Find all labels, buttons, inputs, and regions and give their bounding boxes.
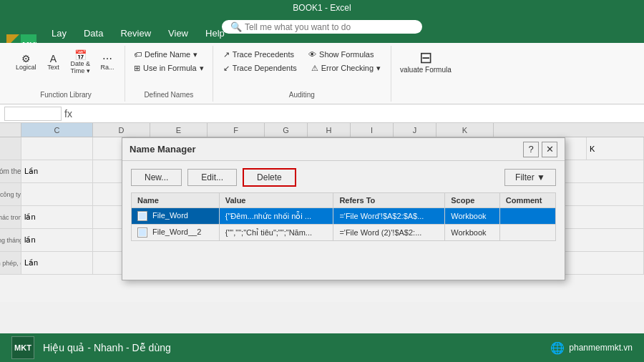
name-cell-1: File_Word	[132, 208, 220, 225]
show-formulas-icon: 👁	[308, 50, 316, 59]
logical-btn[interactable]: ⚙ Logical	[13, 52, 39, 72]
trace-dependents-btn[interactable]: ↙ Trace Dependents	[219, 62, 301, 74]
col-header-refers: Refers To	[333, 193, 445, 208]
dialog-help-button[interactable]: ?	[523, 142, 539, 157]
text-icon: A	[50, 54, 57, 64]
row-icon-1	[137, 211, 147, 221]
table-row[interactable]: File_Word__2 {"","";"Chỉ tiêu";"";"Năm..…	[132, 225, 556, 241]
dialog-actions: New... Edit... Delete Filter ▼	[131, 168, 556, 187]
comment-cell-2	[499, 225, 555, 241]
spreadsheet-area: C D E F G H I J K K sóm theo Lần công ty…	[0, 123, 644, 302]
scope-cell-1: Workbook	[445, 208, 500, 225]
ribbon-toolbar: ⚙ Logical A Text 📅 Date &Time ▾ ⋯ Ra... …	[0, 43, 644, 104]
col-header-scope: Scope	[445, 193, 500, 208]
show-formulas-btn[interactable]: 👁 Show Formulas	[304, 49, 378, 61]
bottom-logo: MKT	[11, 336, 34, 359]
delete-button[interactable]: Delete	[243, 168, 296, 187]
globe-icon: 🌐	[550, 341, 565, 355]
new-button[interactable]: New...	[131, 169, 182, 186]
filter-button[interactable]: Filter ▼	[504, 169, 556, 186]
name-manager-dialog: Name Manager ? ✕ New... Edit... Delete F…	[122, 137, 565, 280]
col-header-value: Value	[219, 193, 333, 208]
dialog-body: New... Edit... Delete Filter ▼ Name Valu…	[122, 161, 565, 248]
define-name-section: 🏷 Define Name ▾ ⊞ Use in Formula ▾ Defin…	[125, 46, 213, 102]
refers-cell-1: ='File Word'!$A$2:$A$...	[333, 208, 445, 225]
tab-review[interactable]: Review	[112, 24, 160, 43]
title-bar: BOOK1 - Excel	[0, 0, 644, 16]
use-in-formula-btn[interactable]: ⊞ Use in Formula ▾	[131, 62, 207, 74]
error-checking-icon: ⚠	[311, 64, 318, 73]
function-library-label: Function Library	[40, 91, 92, 99]
tab-lay[interactable]: Lay	[43, 24, 75, 43]
more-btn[interactable]: ⋯ Ra...	[96, 52, 119, 72]
bottom-bar: MKT Hiệu quả - Nhanh - Dễ dùng 🌐 phanmem…	[0, 333, 644, 362]
dialog-titlebar: Name Manager ? ✕	[122, 138, 565, 161]
auditing-label: Auditing	[219, 91, 385, 99]
formula-icon: ⊞	[134, 64, 140, 73]
calendar-icon: 📅	[74, 50, 87, 60]
name-cell-2: File_Word__2	[132, 225, 220, 241]
dialog-controls: ? ✕	[523, 142, 557, 157]
date-time-btn[interactable]: 📅 Date &Time ▾	[68, 49, 94, 76]
evaluate-section: ⊟ valuate Formula	[391, 46, 460, 102]
bottom-slogan: Hiệu quả - Nhanh - Dễ dùng	[43, 342, 171, 353]
define-name-btn[interactable]: 🏷 Define Name ▾	[131, 49, 207, 61]
edit-button[interactable]: Edit...	[187, 169, 237, 186]
comment-cell-1	[499, 208, 555, 225]
refers-cell-2: ='File Word (2)'!$A$2:...	[333, 225, 445, 241]
fx-icon: fx	[64, 108, 72, 119]
title-text: BOOK1 - Excel	[293, 3, 351, 13]
names-table: Name Value Refers To Scope Comment File_…	[131, 192, 556, 241]
value-cell-1: {"Đêm...nhức nhối nỗi ...	[219, 208, 333, 225]
function-library-section: ⚙ Logical A Text 📅 Date &Time ▾ ⋯ Ra... …	[7, 46, 125, 102]
tab-data[interactable]: Data	[75, 24, 112, 43]
dialog-title: Name Manager	[130, 144, 195, 155]
ribbon-tabs: Lay Data Review View Help	[43, 24, 233, 43]
formula-input[interactable]	[75, 109, 640, 119]
more-icon: ⋯	[102, 54, 112, 64]
row-icon-2	[137, 228, 147, 238]
bottom-website: 🌐 phanmemmkt.vn	[550, 341, 633, 355]
search-icon: 🔍	[230, 21, 242, 32]
text-btn[interactable]: A Text	[42, 52, 65, 72]
trace-precedents-btn[interactable]: ↗ Trace Precedents	[219, 49, 298, 61]
define-name-label: Defined Names	[131, 91, 207, 99]
trace-dependents-icon: ↙	[223, 64, 230, 73]
logical-icon: ⚙	[21, 54, 31, 64]
auditing-section: ↗ Trace Precedents 👁 Show Formulas ↙ Tra…	[213, 46, 391, 102]
name-box[interactable]	[4, 107, 62, 121]
evaluate-formula-btn[interactable]: ⊟ valuate Formula	[397, 49, 454, 75]
formula-bar: fx	[0, 104, 644, 123]
trace-precedents-icon: ↗	[223, 50, 230, 59]
search-area: 🔍	[222, 20, 422, 34]
col-header-comment: Comment	[499, 193, 555, 208]
tab-view[interactable]: View	[160, 24, 197, 43]
dialog-close-button[interactable]: ✕	[542, 142, 557, 157]
value-cell-2: {"","";"Chỉ tiêu";"";"Năm...	[219, 225, 333, 241]
table-row[interactable]: File_Word {"Đêm...nhức nhối nỗi ... ='Fi…	[132, 208, 556, 225]
col-header-name: Name	[132, 193, 220, 208]
website-url: phanmemmkt.vn	[569, 343, 633, 353]
dialog-overlay: Name Manager ? ✕ New... Edit... Delete F…	[0, 123, 644, 302]
scope-cell-2: Workbook	[445, 225, 500, 241]
error-checking-btn[interactable]: ⚠ Error Checking ▾	[307, 62, 385, 74]
tag-icon: 🏷	[134, 50, 142, 59]
evaluate-icon: ⊟	[419, 50, 432, 66]
search-input[interactable]	[245, 22, 402, 32]
